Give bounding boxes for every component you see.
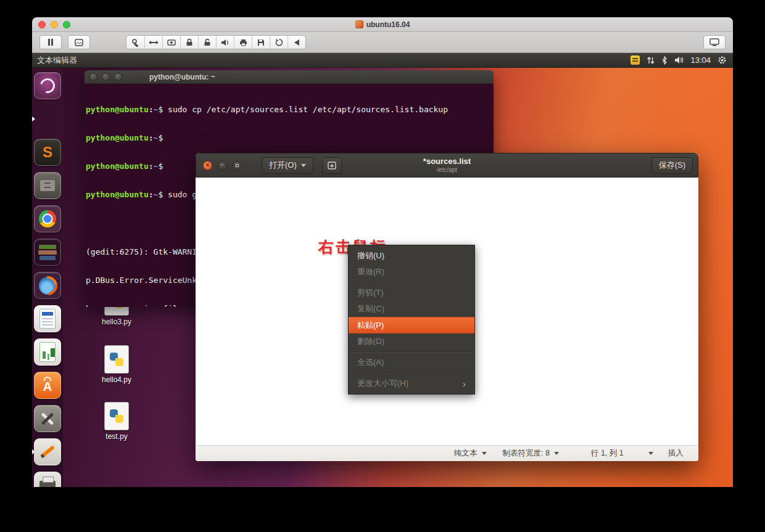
session-gear-icon[interactable] xyxy=(717,55,727,65)
gedit-window: × − 打开(O) *sources.list /etc/apt xyxy=(196,153,698,461)
launcher-item-files[interactable] xyxy=(32,171,63,200)
toolbar-print-button[interactable] xyxy=(234,36,252,49)
toolbar-back-button[interactable] xyxy=(287,36,305,49)
launcher-item-books[interactable] xyxy=(32,238,63,266)
python-file-icon xyxy=(104,345,129,374)
tab-width-dropdown[interactable]: 制表符宽度: 8 xyxy=(503,448,559,459)
gedit-close-button[interactable]: × xyxy=(203,161,212,170)
launcher-item-gedit[interactable] xyxy=(32,438,63,466)
ubuntu-desktop: 文本编辑器 13:04 >_ S xyxy=(32,53,733,487)
menu-item-select-all[interactable]: 全选(A) xyxy=(349,354,474,370)
pause-button[interactable] xyxy=(39,35,62,49)
menu-item-delete[interactable]: 删除(D) xyxy=(349,334,474,350)
desktop-file-hello4[interactable]: hello4.py xyxy=(91,345,143,384)
menu-item-undo[interactable]: 撤销(U) xyxy=(349,248,474,264)
snapshot-icon xyxy=(75,39,83,46)
launcher-item-chrome[interactable] xyxy=(32,205,63,233)
gedit-maximize-button[interactable] xyxy=(233,161,242,170)
app-menu-label[interactable]: 文本编辑器 xyxy=(37,55,77,66)
gedit-title-group: *sources.list /etc/apt xyxy=(423,157,471,173)
volume-indicator-icon[interactable] xyxy=(674,56,684,64)
launcher-item-sublime[interactable]: S xyxy=(32,138,63,166)
cursor-position[interactable]: 行 1, 列 1 xyxy=(591,448,624,459)
terminal-minimize-button[interactable] xyxy=(102,73,110,81)
gedit-headerbar[interactable]: × − 打开(O) *sources.list /etc/apt xyxy=(196,153,698,178)
menu-item-cut[interactable]: 剪切(T) xyxy=(349,285,474,301)
snapshot-button[interactable] xyxy=(68,35,90,49)
vm-icon xyxy=(355,20,363,28)
open-button-label: 打开(O) xyxy=(269,160,297,171)
firefox-icon xyxy=(34,272,61,299)
toolbar-refresh-button[interactable] xyxy=(270,36,287,49)
launcher-item-terminal[interactable]: >_ xyxy=(32,105,63,133)
goto-line-dropdown[interactable] xyxy=(648,452,653,455)
unity-launcher: >_ S A xyxy=(32,68,63,487)
pause-icon xyxy=(48,39,54,46)
submenu-arrow-icon: › xyxy=(463,379,466,388)
input-method-icon[interactable] xyxy=(631,55,640,65)
launcher-item-dash[interactable] xyxy=(32,72,63,100)
files-icon xyxy=(34,172,61,199)
fullscreen-button[interactable] xyxy=(703,35,726,49)
vm-window: ubuntu16.04 xyxy=(32,17,733,487)
terminal-maximize-button[interactable] xyxy=(114,73,122,81)
macos-titlebar[interactable]: ubuntu16.04 xyxy=(32,17,733,32)
launcher-item-firefox[interactable] xyxy=(32,271,63,300)
display-icon xyxy=(709,38,719,46)
open-button[interactable]: 打开(O) xyxy=(262,157,313,174)
terminal-titlebar[interactable]: python@ubuntu: ~ xyxy=(85,70,494,84)
panel-clock[interactable]: 13:04 xyxy=(690,55,711,65)
terminal-line: python@ubuntu:~$ sudo cp /etc/apt/source… xyxy=(86,105,492,114)
window-title-group: ubuntu16.04 xyxy=(355,20,410,29)
file-label: test.py xyxy=(91,432,143,441)
launcher-item-printer[interactable] xyxy=(32,471,63,487)
doc-type-dropdown[interactable]: 纯文本 xyxy=(454,448,487,459)
menu-item-redo[interactable]: 重做(R) xyxy=(349,264,474,280)
desktop-file-test[interactable]: test.py xyxy=(91,402,143,441)
software-center-icon: A xyxy=(34,372,61,399)
new-tab-button[interactable] xyxy=(322,157,342,174)
toolbar-volume-button[interactable] xyxy=(216,36,234,49)
vm-toolbar xyxy=(32,32,733,53)
toolbar-camera-button[interactable] xyxy=(162,36,180,49)
launcher-item-software[interactable]: A xyxy=(32,371,63,399)
bluetooth-icon[interactable] xyxy=(661,56,668,65)
toolbar-wrench-button[interactable] xyxy=(126,36,144,49)
books-icon xyxy=(34,239,61,266)
macos-close-button[interactable] xyxy=(38,21,46,28)
toolbar-lock2-button[interactable] xyxy=(198,36,216,49)
gedit-title: *sources.list xyxy=(423,157,471,166)
volume-icon xyxy=(221,39,230,46)
menu-item-change-case[interactable]: 更改大小写(H) › xyxy=(349,375,474,391)
toolbar-resize-button[interactable] xyxy=(144,36,162,49)
menu-item-copy[interactable]: 复制(C) xyxy=(349,301,474,317)
horizontal-arrows-icon xyxy=(149,39,159,46)
toolbar-save-button[interactable] xyxy=(252,36,270,49)
sublime-text-icon: S xyxy=(34,139,61,166)
new-tab-icon xyxy=(328,162,336,170)
panel-indicators: 13:04 xyxy=(631,55,727,65)
launcher-item-calc[interactable] xyxy=(32,338,63,366)
macos-zoom-button[interactable] xyxy=(63,21,70,28)
ubuntu-top-panel: 文本编辑器 13:04 xyxy=(32,53,733,68)
menu-separator xyxy=(349,351,474,353)
libreoffice-writer-icon xyxy=(34,305,61,332)
gedit-minimize-button[interactable]: − xyxy=(218,161,227,170)
toolbar-lock-button[interactable] xyxy=(180,36,198,49)
terminal-close-button[interactable] xyxy=(89,73,97,81)
launcher-item-writer[interactable] xyxy=(32,305,63,333)
save-button[interactable]: 保存(S) xyxy=(651,157,693,174)
terminal-title: python@ubuntu: ~ xyxy=(149,73,215,81)
camera-icon xyxy=(167,39,176,46)
insert-mode-toggle[interactable]: 插入 xyxy=(668,448,684,459)
gedit-subtitle: /etc/apt xyxy=(423,166,471,173)
lock-open-icon xyxy=(204,38,211,46)
python-file-icon xyxy=(104,402,129,430)
menu-separator xyxy=(349,282,474,283)
macos-minimize-button[interactable] xyxy=(51,21,58,28)
lock-icon xyxy=(186,38,193,46)
network-arrows-icon[interactable] xyxy=(647,56,655,65)
launcher-item-settings[interactable] xyxy=(32,404,63,433)
context-menu: 撤销(U) 重做(R) 剪切(T) 复制(C) 粘贴(P) 删除(D) 全选(A… xyxy=(348,245,475,395)
menu-item-paste[interactable]: 粘贴(P) xyxy=(349,317,474,334)
